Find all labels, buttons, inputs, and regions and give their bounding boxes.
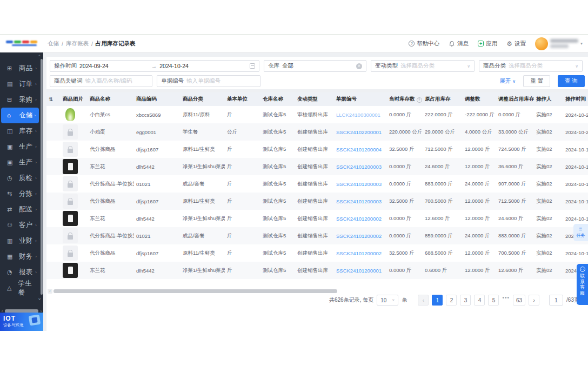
doc-no-link[interactable]: SSCK24101200003 [334, 158, 387, 175]
doc-no-link[interactable]: SSCK24101200002 [336, 250, 382, 256]
operator: 实施02 [534, 123, 563, 141]
breadcrumb-link[interactable]: 仓储 [48, 40, 59, 48]
main-content: 操作时间 2024-09-24 → 2024-10-24 仓库 全部 ✕ 变动类… [43, 52, 588, 331]
page-size-select[interactable]: 10 ∨ [377, 295, 398, 306]
task-widget[interactable]: ≡ 任务 [573, 224, 588, 241]
contact-service-widget[interactable]: ◠ 联系客服 [577, 264, 588, 305]
production2-icon: ▣ [7, 159, 15, 166]
doc-no-link[interactable]: SSCK24101200002 [336, 233, 382, 239]
help-icon[interactable]: ? [417, 97, 422, 103]
doc-no-link[interactable]: SSCK24101200001 [336, 268, 382, 274]
sidebar-item-生产[interactable]: ▣生产› [0, 155, 40, 170]
doc-no-link[interactable]: SSCK24101200002 [336, 216, 382, 222]
change-type-select[interactable]: 变动类型 选择商品分类 ∨ [371, 60, 475, 72]
sidebar-scroll-down-icon[interactable]: ˅ [37, 297, 42, 302]
doc-no-link[interactable]: SSCK24101200004 [334, 141, 387, 158]
sidebar-item-分拣[interactable]: ⇆分拣› [0, 186, 40, 202]
doc-no-link[interactable]: SSCK24101200003 [334, 193, 387, 210]
page-button-2[interactable]: 2 [446, 295, 457, 306]
sidebar-vertical-scrollbar[interactable] [41, 59, 43, 295]
doc-no-link[interactable]: LLCK24100300001 [336, 112, 380, 118]
sidebar-item-客户[interactable]: ⚇客户› [0, 217, 40, 233]
sidebar-item-配送[interactable]: ⇄配送› [0, 202, 40, 217]
sidebar-item-生产[interactable]: ▣生产› [0, 139, 40, 155]
table-horizontal-scrollbar[interactable]: ‹ [48, 289, 337, 294]
product-name: 东兰花 [88, 158, 134, 175]
sidebar-item-仓储[interactable]: ⌂仓储› [1, 108, 39, 123]
sidebar-item-学生餐[interactable]: △学生餐 [0, 280, 40, 296]
reset-button[interactable]: 重 置 [523, 75, 550, 87]
product-image-cell [61, 227, 88, 244]
scrollbar-thumb[interactable] [54, 289, 337, 293]
filter-panel: 操作时间 2024-09-24 → 2024-10-24 仓库 全部 ✕ 变动类… [46, 57, 588, 89]
doc-no-link[interactable]: SSCK24101200003 [336, 198, 382, 204]
column-filter-icon[interactable]: ⇅ [49, 96, 53, 102]
doc-no-link[interactable]: SSCK24101200002 [334, 210, 387, 227]
doc-no-link[interactable]: LLCK24100300001 [334, 106, 387, 123]
product-name: 代分拣商品-单位换算 [88, 175, 134, 193]
doc-no-link[interactable]: SSCK24102200001 [334, 123, 387, 141]
task-label: 任务 [577, 233, 585, 238]
expand-label: 展开 [499, 77, 511, 85]
date-range-picker[interactable]: 操作时间 2024-09-24 → 2024-10-24 [50, 60, 259, 72]
sidebar-scroll-up-icon[interactable]: ^ [37, 54, 42, 58]
page-jump-input[interactable]: 1 [549, 295, 563, 306]
doc-no-link[interactable]: SSCK24101200002 [334, 227, 387, 244]
settings-menu[interactable]: ⚙ 设置 [506, 40, 526, 48]
doc-no-link[interactable]: SSCK24101200004 [336, 147, 382, 152]
page-button-3[interactable]: 3 [460, 295, 471, 306]
doc-no-link[interactable]: SSCK24101200003 [334, 175, 387, 193]
sidebar-item-订单[interactable]: ▤订单› [0, 76, 40, 92]
user-account-menu[interactable]: ▾ [535, 37, 583, 50]
doc-no-link[interactable]: SSCK24101200001 [334, 262, 387, 279]
sidebar-item-质检[interactable]: ◷质检› [0, 170, 40, 186]
breadcrumb-link[interactable]: 库存账表 [66, 40, 89, 48]
page-button-4[interactable]: 4 [474, 295, 485, 306]
sidebar-item-业财[interactable]: ▥业财› [0, 233, 40, 249]
warehouse-name: 测试仓库5 [260, 227, 295, 244]
sidebar-item-报表[interactable]: ◔报表› [0, 264, 40, 280]
service-label-char: 系 [580, 279, 585, 285]
adjust-qty: 12.0000 斤 [463, 210, 496, 227]
warehouse-select[interactable]: 仓库 全部 ✕ [264, 60, 366, 72]
iot-banner[interactable]: IOT 设备与环境 [0, 313, 43, 331]
current-stock: 0.0000 斤 [387, 175, 423, 193]
product-code: dfjsp1607 [134, 141, 181, 158]
sidebar-item-库存[interactable]: ◫库存› [0, 123, 40, 139]
scroll-left-icon[interactable]: ‹ [48, 289, 52, 294]
chevron-right-icon: › [35, 82, 37, 87]
doc-no-link[interactable]: SSCK24101200003 [336, 164, 382, 170]
chevron-right-icon: › [35, 176, 37, 181]
adjust-qty: 24.0000 斤 [463, 227, 496, 244]
sidebar-item-商品[interactable]: ⊞商品› [0, 61, 40, 76]
page-button-5[interactable]: 5 [488, 295, 499, 306]
sidebar-item-采购[interactable]: ⊟采购› [0, 92, 40, 108]
page-button-1[interactable]: 1 [432, 295, 443, 306]
column-filter-header[interactable]: ⇅ [46, 92, 61, 106]
page-button-63[interactable]: 63 [513, 295, 525, 306]
keyword-input[interactable]: 商品关键词 输入商品名称/编码 [50, 75, 152, 87]
sidebar-item-财务[interactable]: ▦财务› [0, 249, 40, 264]
change-type: 创建销售出库 [295, 227, 334, 244]
sidebar-item-label: 财务 [19, 252, 32, 261]
original-occupied: 700.5000 斤 [423, 193, 463, 210]
keyword-label: 商品关键词 [54, 77, 83, 85]
doc-no-input[interactable]: 单据编号 输入单据编号 [157, 75, 260, 87]
prev-page-button[interactable]: ‹ [418, 295, 429, 306]
column-header-原占用库存: 原占用库存 [423, 92, 463, 106]
after-occupied: 24.6000 斤 [496, 210, 534, 227]
sidebar-item-label: 商品 [19, 64, 32, 73]
sidebar: ^ ˅ ⊞商品›▤订单›⊟采购›⌂仓储›◫库存›▣生产›▣生产›◷质检›⇆分拣›… [0, 52, 43, 331]
doc-no-link[interactable]: SSCK24101200002 [334, 244, 387, 262]
category-select[interactable]: 商品分类 选择商品分类 ∨ [479, 60, 583, 72]
sidebar-item-label: 仓储 [19, 111, 32, 120]
messages-menu[interactable]: 消息 [449, 40, 469, 48]
apps-menu[interactable]: + 应用 [478, 40, 497, 48]
next-page-button[interactable]: › [529, 295, 539, 306]
doc-no-link[interactable]: SSCK24101200003 [336, 181, 382, 187]
query-button[interactable]: 查 询 [558, 75, 585, 87]
expand-toggle[interactable]: 展开 ∨ [499, 77, 516, 85]
clear-icon[interactable]: ✕ [356, 63, 362, 69]
help-center-menu[interactable]: ? 帮助中心 [409, 40, 439, 48]
doc-no-link[interactable]: SSCK24102200001 [336, 129, 382, 135]
